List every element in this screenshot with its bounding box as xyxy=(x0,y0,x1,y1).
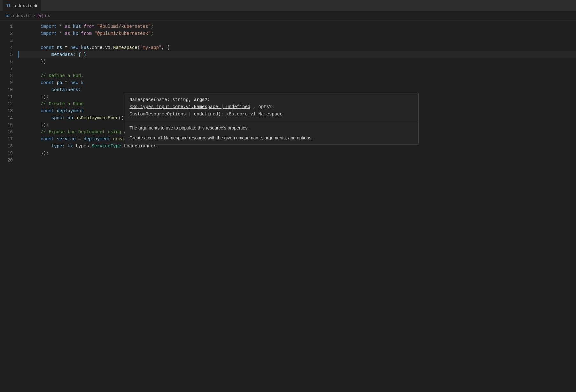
line-content: import * as kx from "@pulumi/kubernetesx… xyxy=(19,30,576,37)
line-number: 7 xyxy=(0,65,19,72)
token: from xyxy=(78,31,94,36)
line-number: 2 xyxy=(0,30,19,37)
line-content: import * as k8s from "@pulumi/kubernetes… xyxy=(19,23,576,30)
line-content: metadata: { } xyxy=(19,51,576,58)
line-content: containers: xyxy=(19,86,576,93)
token: .types. xyxy=(73,144,92,149)
tab-bar: TS index.ts xyxy=(0,0,576,12)
token: ns xyxy=(57,45,62,50)
token: = xyxy=(62,80,70,85)
breadcrumb-ns: [⊙] ns xyxy=(37,13,50,18)
line-number: 13 xyxy=(0,107,19,114)
tooltip-desc1: The arguments to use to populate this re… xyxy=(129,124,414,131)
token: spec: xyxy=(19,115,67,121)
breadcrumb-filename: index.ts xyxy=(11,13,30,18)
line-number: 9 xyxy=(0,79,19,86)
line-number: 4 xyxy=(0,44,19,51)
line-content: // Define a Pod. xyxy=(19,72,576,79)
line-number: 1 xyxy=(0,23,19,30)
token: }); xyxy=(19,151,49,156)
token: kx xyxy=(67,144,73,149)
token: () xyxy=(119,115,124,121)
line-number: 3 xyxy=(0,37,19,44)
token: import xyxy=(19,31,59,36)
token: ; xyxy=(151,24,153,29)
line-number: 12 xyxy=(0,100,19,107)
token: const xyxy=(19,45,57,50)
token: k8s xyxy=(81,45,89,50)
breadcrumb: TS index.ts > [⊙] ns xyxy=(0,12,576,20)
code-line: 3 xyxy=(0,37,576,44)
token: }); xyxy=(19,94,49,99)
tab-filename: index.ts xyxy=(12,4,32,8)
tooltip-popup: Namespace(name: string, args?: k8s.types… xyxy=(125,93,419,145)
token: "my-app" xyxy=(140,45,161,50)
sig-opts-label: , opts?: xyxy=(253,104,274,109)
tab-index-ts[interactable]: TS index.ts xyxy=(3,0,41,11)
token: .core.v1. xyxy=(89,45,113,50)
token: new k xyxy=(70,80,84,85)
line-number: 16 xyxy=(0,129,19,136)
line-content: }); xyxy=(19,150,576,157)
token: deployment xyxy=(57,108,84,114)
token: . xyxy=(111,137,113,142)
token: // Create a Kube xyxy=(19,101,84,106)
token: service xyxy=(57,137,76,142)
token: from xyxy=(81,24,97,29)
code-line: 9 const pb = new k xyxy=(0,79,576,86)
code-line: 8 // Define a Pod. xyxy=(0,72,576,79)
token: type: xyxy=(19,144,67,149)
token: pb xyxy=(57,80,62,85)
line-number: 20 xyxy=(0,157,19,164)
token: }); xyxy=(19,122,49,128)
breadcrumb-sep: > xyxy=(33,13,35,18)
token: containers: xyxy=(19,87,84,92)
breadcrumb-ts-icon: TS xyxy=(5,14,9,18)
code-line: 10 containers: xyxy=(0,86,576,93)
sig-link: k8s.types.input.core.v1.Namespace | unde… xyxy=(129,104,250,109)
tooltip-desc2: Create a core.v1.Namespace resource with… xyxy=(129,134,414,141)
ns-icon: [⊙] xyxy=(37,13,44,18)
sig-args-label: args?: xyxy=(194,97,210,102)
code-line: 6 }) xyxy=(0,58,576,65)
tooltip-description: The arguments to use to populate this re… xyxy=(125,121,418,145)
token: const xyxy=(19,80,57,85)
token: new xyxy=(70,45,81,50)
sig-namespace-label: Namespace(name: string, args?: xyxy=(129,97,210,102)
code-line: 7 xyxy=(0,65,576,72)
token: Namespace xyxy=(113,45,137,50)
token: asDeploymentSpec xyxy=(75,115,118,121)
token: }) xyxy=(19,59,46,64)
token: , { xyxy=(161,45,169,50)
ts-icon: TS xyxy=(6,4,11,8)
line-content: }) xyxy=(19,58,576,65)
line-number: 15 xyxy=(0,122,19,129)
token: ; xyxy=(151,31,153,36)
code-line: 20 xyxy=(0,157,576,164)
sig-opts-type: CustomResourceOptions | undefined): k8s.… xyxy=(129,112,283,117)
token: // Define a Pod. xyxy=(19,73,84,78)
token: metadata: { } xyxy=(19,52,86,57)
token: = xyxy=(75,137,83,142)
code-line: 4 const ns = new k8s.core.v1.Namespace("… xyxy=(0,44,576,51)
line-number: 19 xyxy=(0,150,19,157)
line-number: 11 xyxy=(0,93,19,100)
line-number: 5 xyxy=(0,51,19,58)
token: kx xyxy=(73,31,78,36)
token: = xyxy=(62,45,70,50)
code-line: 5 metadata: { } xyxy=(0,51,576,58)
token: ( xyxy=(137,45,140,50)
line-number: 17 xyxy=(0,136,19,143)
token: as xyxy=(62,31,73,36)
token: const xyxy=(19,137,57,142)
code-line: 2 import * as kx from "@pulumi/kubernete… xyxy=(0,30,576,37)
token: const xyxy=(19,108,57,114)
code-line: 19 }); xyxy=(0,150,576,157)
line-content: const ns = new k8s.core.v1.Namespace("my… xyxy=(19,44,576,51)
token: import xyxy=(19,24,59,29)
tooltip-signature: Namespace(name: string, args?: k8s.types… xyxy=(125,93,418,121)
code-line: 1 import * as k8s from "@pulumi/kubernet… xyxy=(0,23,576,30)
token: as xyxy=(62,24,73,29)
token: deployment xyxy=(84,137,111,142)
token: pb xyxy=(67,115,73,121)
